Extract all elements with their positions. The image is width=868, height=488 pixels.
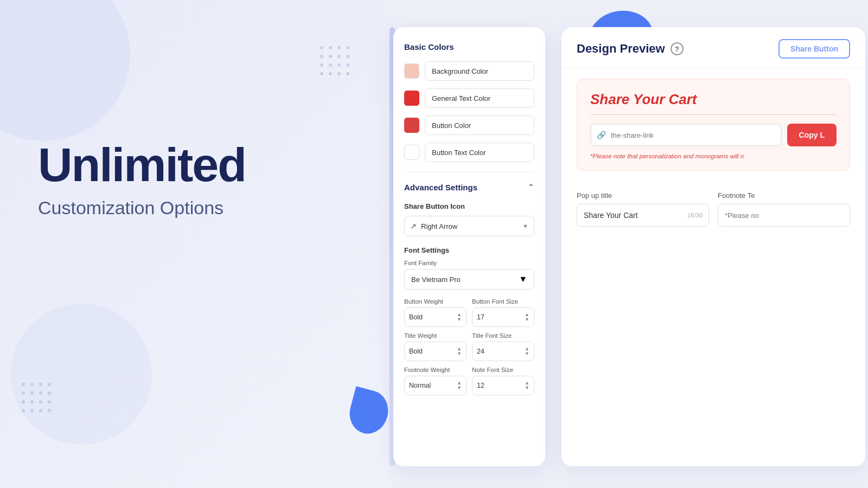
popup-title-field: Pop up title 16/30: [577, 191, 709, 227]
preview-panel: Design Preview ? Share Button Share Your…: [561, 27, 865, 466]
title-font-size-input[interactable]: 24 ▲▼: [472, 342, 534, 361]
note-font-size-value: 12: [477, 382, 484, 389]
title-weight-arrows: ▲▼: [457, 346, 462, 356]
icon-select[interactable]: ↗ Right Arrow ▼: [404, 216, 534, 236]
note-font-size-field: Note Font Size 12 ▲▼: [472, 367, 534, 395]
note-font-size-arrows: ▲▼: [525, 381, 529, 390]
button-font-size-value: 17: [477, 313, 484, 321]
footnote-weight-arrows: ▲▼: [457, 381, 462, 390]
cart-popup-title: Share Your Cart: [590, 91, 837, 108]
link-icon: 🔗: [597, 131, 606, 139]
advanced-settings-title: Advanced Settings: [404, 183, 477, 192]
copy-button[interactable]: Copy L: [787, 124, 837, 146]
footnote-weight-fontsize-grid: Footnote Weight Normal ▲▼ Note Font Size…: [404, 367, 534, 395]
preview-header: Design Preview ? Share Button: [561, 27, 865, 68]
button-weight-arrows: ▲▼: [457, 312, 462, 322]
button-font-size-field: Button Font Size 17 ▲▼: [472, 298, 534, 327]
button-weight-select[interactable]: Bold ▲▼: [404, 307, 467, 327]
background-color-swatch[interactable]: [404, 63, 419, 79]
footnote-weight-value: Normal: [409, 382, 431, 389]
font-family-label: Font Family: [404, 260, 534, 266]
settings-panel: Basic Colors Background Color General Te…: [393, 27, 545, 466]
general-text-color-button[interactable]: General Text Color: [425, 88, 534, 108]
background-color-button[interactable]: Background Color: [425, 61, 534, 81]
font-family-chevron: ▼: [519, 274, 527, 284]
font-family-select[interactable]: Be Vietnam Pro ▼: [404, 269, 534, 290]
button-text-color-button[interactable]: Button Text Color: [425, 143, 534, 162]
link-input-wrap: 🔗: [590, 124, 782, 146]
bg-circle-2: [11, 304, 152, 445]
hero-background: Unlimited Customization Options: [0, 0, 391, 488]
bg-circle-1: [0, 0, 130, 141]
title-font-size-value: 24: [477, 348, 484, 355]
title-weight-fontsize-grid: Title Weight Bold ▲▼ Title Font Size 24 …: [404, 332, 534, 361]
share-button-icon-label: Share Button Icon: [404, 202, 534, 210]
general-text-color-row: General Text Color: [404, 88, 534, 108]
button-text-color-row: Button Text Color: [404, 143, 534, 162]
title-weight-value: Bold: [409, 348, 423, 355]
popup-title-label: Pop up title: [577, 191, 709, 200]
button-color-row: Button Color: [404, 115, 534, 135]
button-weight-value: Bold: [409, 313, 423, 321]
footnote-weight-select[interactable]: Normal ▲▼: [404, 376, 467, 395]
cart-popup-note: *Please note that personalization and mo…: [590, 153, 837, 159]
preview-title-text: Design Preview: [577, 42, 665, 56]
button-font-size-input[interactable]: 17 ▲▼: [472, 307, 534, 327]
footnote-field: Footnote Te: [718, 191, 850, 227]
button-font-size-arrows: ▲▼: [525, 312, 529, 322]
icon-select-value: Right Arrow: [421, 222, 522, 230]
button-weight-label: Button Weight: [404, 298, 467, 305]
title-font-size-label: Title Font Size: [472, 332, 534, 339]
popup-fields: Pop up title 16/30 Footnote Te: [561, 182, 865, 227]
footnote-weight-label: Footnote Weight: [404, 367, 467, 373]
preview-title-wrap: Design Preview ?: [577, 42, 684, 56]
char-count: 16/30: [687, 212, 703, 219]
font-family-value: Be Vietnam Pro: [411, 275, 519, 284]
note-font-size-input[interactable]: 12 ▲▼: [472, 376, 534, 395]
background-color-row: Background Color: [404, 61, 534, 81]
dots-top-right: [320, 46, 349, 75]
font-settings-label: Font Settings: [404, 246, 534, 254]
cart-popup-preview: Share Your Cart 🔗 Copy L *Please note th…: [577, 79, 850, 171]
dots-bottom-left: [22, 383, 51, 412]
footnote-weight-field: Footnote Weight Normal ▲▼: [404, 367, 467, 395]
title-weight-select[interactable]: Bold ▲▼: [404, 342, 467, 361]
cart-link-row: 🔗 Copy L: [590, 124, 837, 146]
footnote-input[interactable]: [718, 204, 850, 227]
general-text-color-swatch[interactable]: [404, 91, 419, 106]
footnote-label: Footnote Te: [718, 191, 850, 200]
icon-chevron-down: ▼: [522, 223, 528, 229]
button-text-color-swatch[interactable]: [404, 145, 419, 160]
title-weight-field: Title Weight Bold ▲▼: [404, 332, 467, 361]
title-font-size-field: Title Font Size 24 ▲▼: [472, 332, 534, 361]
hero-text: Unlimited Customization Options: [38, 141, 246, 219]
arrow-icon: ↗: [410, 222, 417, 230]
basic-colors-title: Basic Colors: [404, 42, 534, 52]
advanced-settings-header[interactable]: Advanced Settings ⌃: [404, 182, 534, 192]
button-color-button[interactable]: Button Color: [425, 115, 534, 135]
divider-1: [404, 172, 534, 172]
popup-title-wrap: 16/30: [577, 204, 709, 227]
chevron-up-icon: ⌃: [527, 182, 534, 192]
button-weight-fontsize-grid: Button Weight Bold ▲▼ Button Font Size 1…: [404, 298, 534, 327]
hero-subtitle: Customization Options: [38, 197, 246, 219]
link-text-input[interactable]: [590, 124, 782, 146]
title-weight-label: Title Weight: [404, 332, 467, 339]
button-color-swatch[interactable]: [404, 118, 419, 133]
hero-title: Unlimited: [38, 141, 246, 189]
button-font-size-label: Button Font Size: [472, 298, 534, 305]
cart-popup-divider: [590, 114, 837, 115]
button-weight-field: Button Weight Bold ▲▼: [404, 298, 467, 327]
help-icon[interactable]: ?: [671, 42, 684, 55]
share-button[interactable]: Share Button: [778, 39, 850, 59]
title-font-size-arrows: ▲▼: [525, 346, 529, 356]
note-font-size-label: Note Font Size: [472, 367, 534, 373]
